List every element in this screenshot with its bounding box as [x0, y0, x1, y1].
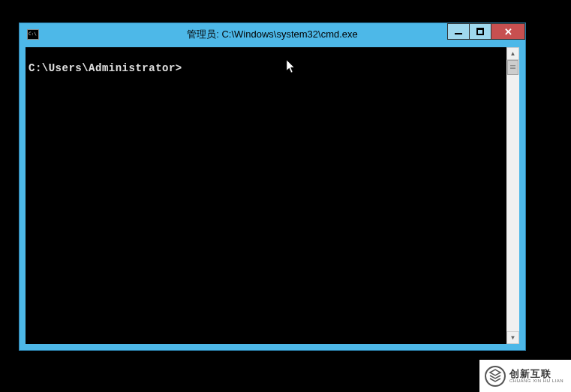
window-title: 管理员: C:\Windows\system32\cmd.exe — [187, 28, 358, 41]
titlebar[interactable]: 管理员: C:\Windows\system32\cmd.exe ✕ — [20, 23, 525, 46]
scroll-up-button[interactable]: ▲ — [506, 47, 519, 60]
maximize-icon — [476, 28, 484, 35]
watermark-logo-icon — [484, 365, 506, 388]
vertical-scrollbar[interactable]: ▲ ▼ — [506, 47, 519, 344]
cmd-window: 管理员: C:\Windows\system32\cmd.exe ✕ C:\Us… — [19, 22, 526, 351]
maximize-button[interactable] — [469, 23, 491, 40]
watermark-brand: 创新互联 — [509, 369, 563, 379]
minimize-button[interactable] — [447, 23, 470, 40]
scroll-down-button[interactable]: ▼ — [506, 331, 519, 344]
console-area: C:\Users\Administrator> ▲ ▼ — [26, 47, 519, 344]
console-content[interactable]: C:\Users\Administrator> — [26, 47, 506, 344]
minimize-icon — [455, 33, 462, 34]
scroll-track[interactable] — [506, 60, 519, 331]
cmd-icon — [27, 29, 39, 40]
watermark-subtitle: CHUANG XIN HU LIAN — [509, 379, 563, 383]
close-button[interactable]: ✕ — [491, 23, 525, 40]
close-icon: ✕ — [504, 27, 512, 37]
watermark: 创新互联 CHUANG XIN HU LIAN — [479, 360, 571, 392]
watermark-text: 创新互联 CHUANG XIN HU LIAN — [509, 369, 563, 383]
prompt-text: C:\Users\Administrator> — [29, 62, 182, 74]
scroll-thumb[interactable] — [507, 60, 518, 75]
window-controls: ✕ — [448, 23, 525, 40]
